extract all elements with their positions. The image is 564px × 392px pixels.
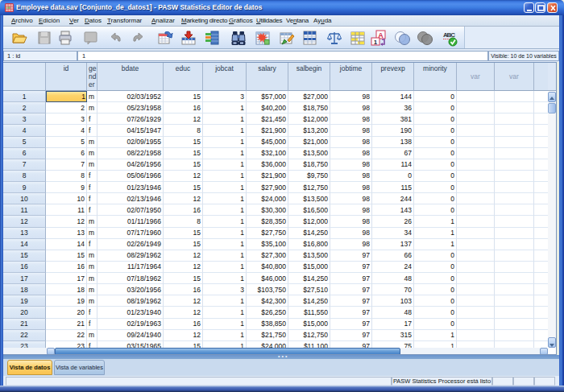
svg-text:1: 1 [374, 39, 378, 46]
